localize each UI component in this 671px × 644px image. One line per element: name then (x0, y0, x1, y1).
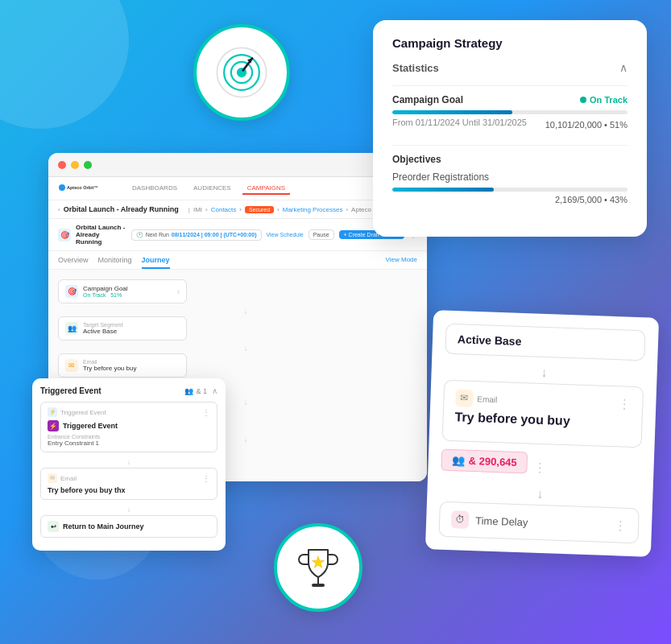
triggered-collapse[interactable]: ∧ (212, 386, 217, 395)
goal-value: 10,101/20,000 • 51% (545, 120, 628, 130)
window-titlebar (48, 153, 427, 177)
svg-rect-7 (312, 584, 325, 587)
tab-journey[interactable]: Journey (142, 256, 170, 269)
preorder-progress-fill (392, 188, 494, 192)
statistics-collapse-btn[interactable]: ∧ (619, 61, 628, 74)
te-constraint-label: Entrance Constraints (48, 434, 210, 440)
rf-time-dots[interactable]: ⋮ (614, 518, 628, 534)
rf-active-base: Active Base (445, 324, 645, 361)
nav-campaigns[interactable]: CAMPAIGNS (242, 183, 290, 195)
rf-badge-value: & 290,645 (469, 455, 517, 469)
view-schedule-btn[interactable]: View Schedule (267, 232, 304, 237)
flow-arrow-1: ↓ (74, 307, 417, 316)
bc-marketing[interactable]: Marketing Processes (283, 206, 343, 213)
return-icon: ↩ (48, 521, 59, 532)
triggered-title: Triggered Event (40, 386, 101, 395)
app-logo: Apteco Orbit™ (58, 182, 98, 195)
svg-text:Apteco Orbit™: Apteco Orbit™ (67, 185, 98, 190)
nav-dashboards[interactable]: DASHBOARDS (127, 183, 182, 195)
rf-email-node[interactable]: ✉ Email ⋮ Try before you buy (442, 380, 644, 448)
preorder-progress-bar (392, 188, 628, 192)
flow-icon-email: ✉ (65, 359, 78, 372)
preorder-label: Preorder Registrations (392, 171, 628, 183)
pause-btn[interactable]: Pause (309, 229, 334, 240)
rf-badge-icon: 👥 (452, 454, 466, 467)
nav-audiences[interactable]: AUDIENCES (188, 183, 236, 195)
campaign-title: Orbital Launch - Already Running (76, 224, 126, 246)
view-mode-btn[interactable]: View Mode (386, 256, 417, 266)
te-icon-purple: ⚡ (48, 420, 59, 431)
campaign-icon: 🎯 (58, 229, 71, 242)
back-btn[interactable]: ‹ (58, 206, 60, 213)
te-dots[interactable]: ⋮ (202, 408, 210, 417)
app-toolbar: 🎯 Orbital Launch - Already Running 🕐 Nex… (48, 219, 427, 251)
t-arrow-2: ↓ (40, 505, 217, 514)
objectives-label: Objectives (392, 154, 628, 165)
bc-contacts[interactable]: Contacts (211, 206, 237, 213)
next-run-label: Next Run (146, 232, 169, 237)
email-node-icon: ✉ (48, 473, 57, 483)
email-node-dots[interactable]: ⋮ (202, 474, 210, 483)
trophy-icon-circle (274, 523, 362, 612)
rf-badge-dots[interactable]: ⋮ (533, 460, 547, 476)
statistics-header: Statistics ∧ (392, 61, 628, 74)
breadcrumb-title: Orbital Launch - Already Running (64, 205, 179, 213)
svg-point-9 (59, 184, 65, 191)
right-flow-card: Active Base ↓ ✉ Email ⋮ Try before you b… (425, 310, 659, 557)
te-node-title: ⚡ Triggered Event (48, 420, 210, 431)
rf-email-title: Try before you buy (454, 410, 630, 431)
rf-time-node[interactable]: ⏱ Time Delay ⋮ (438, 502, 639, 544)
window-maximize[interactable] (84, 161, 92, 169)
window-close[interactable] (58, 161, 66, 169)
bc-home: IMI (193, 206, 202, 213)
rf-email-type-label: Email (477, 394, 497, 404)
rf-email-dots[interactable]: ⋮ (618, 396, 632, 412)
email-node-type: Email (60, 475, 77, 482)
clock-icon: 🕐 (136, 232, 143, 238)
triggered-return-node[interactable]: ↩ Return to Main Journey (40, 515, 217, 538)
divider-2 (392, 145, 628, 146)
flow-goal-text: Campaign Goal (83, 285, 128, 292)
on-track-dot (580, 97, 586, 103)
flow-node-campaign-goal[interactable]: 🎯 Campaign Goal On Track 51% › (58, 279, 187, 303)
target-icon-circle (193, 24, 290, 121)
triggered-header: Triggered Event 👥 & 1 ∧ (40, 386, 217, 395)
app-tabs: Overview Monitoring Journey View Mode (48, 251, 427, 270)
flow-email-text: Try before you buy (83, 365, 136, 372)
flow-arrow-2: ↓ (74, 344, 417, 353)
te-constraint-val: Entry Constraint 1 (48, 440, 210, 447)
campaign-card-title: Campaign Strategy (392, 36, 628, 50)
app-navbar: Apteco Orbit™ DASHBOARDS AUDIENCES CAMPA… (48, 177, 427, 200)
email-node-title: Try before you buy thx (48, 486, 210, 494)
flow-email-type: Email (83, 359, 136, 365)
breadcrumb: ‹ Orbital Launch - Already Running | IMI… (48, 200, 427, 219)
return-node-title: ↩ Return to Main Journey (48, 521, 210, 532)
triggered-count: 👥 & 1 (184, 387, 207, 395)
bc-badge: Secured (245, 206, 274, 213)
triggered-event-node[interactable]: ⚡ Triggered Event ⋮ ⚡ Triggered Event En… (40, 402, 217, 452)
te-node-type: Triggered Event (60, 409, 106, 416)
rf-email-icon: ✉ (455, 389, 474, 407)
on-track-badge: On Track (580, 95, 628, 105)
flow-node-email[interactable]: ✉ Email Try before you buy (58, 353, 187, 378)
rf-time-label: Time Delay (475, 514, 528, 528)
goal-progress-bar (392, 110, 628, 114)
flow-segment-type: Target Segment (83, 322, 122, 328)
te-node-icon: ⚡ (48, 407, 57, 417)
campaign-goal-section: Campaign Goal On Track From 01/11/2024 U… (392, 94, 628, 132)
triggered-event-card: Triggered Event 👥 & 1 ∧ ⚡ Triggered Even… (32, 378, 226, 551)
preorder-value: 2,169/5,000 • 43% (392, 195, 628, 204)
user-icon: 👥 (184, 387, 193, 395)
flow-segment-text: Active Base (83, 328, 122, 335)
triggered-email-node[interactable]: ✉ Email ⋮ Try before you buy thx (40, 468, 217, 500)
next-run-btn[interactable]: 🕐 Next Run 08/11/2024 | 09:00 | (UTC+00:… (131, 229, 262, 241)
tab-overview[interactable]: Overview (58, 256, 89, 269)
next-run-value: 08/11/2024 | 09:00 | (UTC+00:00) (172, 232, 257, 237)
flow-icon-segment: 👥 (65, 322, 78, 335)
tab-monitoring[interactable]: Monitoring (98, 256, 132, 269)
goal-progress-fill (392, 110, 512, 114)
rf-time-icon: ⏱ (451, 510, 470, 529)
window-minimize[interactable] (71, 161, 79, 169)
flow-node-target-segment[interactable]: 👥 Target Segment Active Base (58, 316, 187, 341)
statistics-label: Statistics (392, 62, 439, 74)
